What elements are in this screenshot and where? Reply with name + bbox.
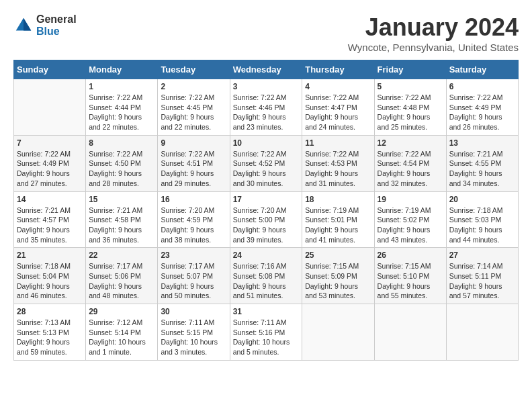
day-number: 4 bbox=[305, 82, 371, 91]
calendar-cell: 6Sunrise: 7:22 AMSunset: 4:49 PMDaylight… bbox=[446, 79, 518, 136]
calendar-cell bbox=[446, 304, 518, 361]
day-info: Sunrise: 7:20 AMSunset: 5:00 PMDaylight:… bbox=[233, 205, 300, 245]
day-number: 11 bbox=[305, 138, 371, 148]
calendar-cell: 30Sunrise: 7:11 AMSunset: 5:15 PMDayligh… bbox=[158, 304, 230, 361]
day-info: Sunrise: 7:18 AMSunset: 5:04 PMDaylight:… bbox=[17, 261, 83, 301]
day-number: 16 bbox=[161, 195, 226, 204]
calendar-cell: 27Sunrise: 7:14 AMSunset: 5:11 PMDayligh… bbox=[446, 248, 518, 304]
day-info: Sunrise: 7:22 AMSunset: 4:50 PMDaylight:… bbox=[89, 149, 154, 189]
calendar-cell: 16Sunrise: 7:20 AMSunset: 4:59 PMDayligh… bbox=[158, 191, 230, 248]
day-info: Sunrise: 7:16 AMSunset: 5:08 PMDaylight:… bbox=[233, 261, 300, 301]
day-info: Sunrise: 7:15 AMSunset: 5:10 PMDaylight:… bbox=[378, 261, 443, 301]
day-number: 28 bbox=[17, 307, 83, 316]
calendar-cell: 26Sunrise: 7:15 AMSunset: 5:10 PMDayligh… bbox=[374, 248, 446, 304]
svg-marker-1 bbox=[24, 17, 31, 30]
day-info: Sunrise: 7:22 AMSunset: 4:51 PMDaylight:… bbox=[161, 149, 226, 189]
day-number: 9 bbox=[161, 138, 226, 148]
calendar-cell: 11Sunrise: 7:22 AMSunset: 4:53 PMDayligh… bbox=[302, 135, 374, 191]
weekday-header-tuesday: Tuesday bbox=[158, 60, 230, 79]
calendar-cell: 31Sunrise: 7:11 AMSunset: 5:16 PMDayligh… bbox=[230, 304, 302, 361]
day-number: 17 bbox=[233, 195, 300, 204]
calendar-cell: 18Sunrise: 7:19 AMSunset: 5:01 PMDayligh… bbox=[302, 191, 374, 248]
day-number: 21 bbox=[17, 250, 83, 260]
calendar-cell: 3Sunrise: 7:22 AMSunset: 4:46 PMDaylight… bbox=[230, 79, 302, 136]
day-number: 1 bbox=[89, 82, 154, 91]
day-info: Sunrise: 7:22 AMSunset: 4:52 PMDaylight:… bbox=[233, 149, 300, 189]
day-info: Sunrise: 7:11 AMSunset: 5:15 PMDaylight:… bbox=[161, 318, 226, 357]
calendar-cell: 9Sunrise: 7:22 AMSunset: 4:51 PMDaylight… bbox=[158, 135, 230, 191]
logo-blue-text: Blue bbox=[36, 26, 77, 38]
calendar-cell: 22Sunrise: 7:17 AMSunset: 5:06 PMDayligh… bbox=[86, 248, 158, 304]
day-number: 29 bbox=[89, 307, 154, 316]
weekday-header-friday: Friday bbox=[374, 60, 446, 79]
day-number: 15 bbox=[89, 195, 154, 204]
day-info: Sunrise: 7:18 AMSunset: 5:03 PMDaylight:… bbox=[449, 205, 515, 245]
calendar-cell: 2Sunrise: 7:22 AMSunset: 4:45 PMDaylight… bbox=[158, 79, 230, 136]
day-number: 2 bbox=[161, 82, 226, 91]
calendar-cell: 25Sunrise: 7:15 AMSunset: 5:09 PMDayligh… bbox=[302, 248, 374, 304]
calendar-cell: 15Sunrise: 7:21 AMSunset: 4:58 PMDayligh… bbox=[86, 191, 158, 248]
calendar-cell bbox=[302, 304, 374, 361]
day-info: Sunrise: 7:22 AMSunset: 4:54 PMDaylight:… bbox=[378, 149, 443, 189]
calendar-cell: 19Sunrise: 7:19 AMSunset: 5:02 PMDayligh… bbox=[374, 191, 446, 248]
calendar-cell bbox=[14, 79, 86, 136]
day-info: Sunrise: 7:22 AMSunset: 4:44 PMDaylight:… bbox=[89, 93, 154, 132]
day-number: 31 bbox=[233, 307, 300, 316]
day-number: 30 bbox=[161, 307, 226, 316]
calendar-cell: 24Sunrise: 7:16 AMSunset: 5:08 PMDayligh… bbox=[230, 248, 302, 304]
calendar-cell: 17Sunrise: 7:20 AMSunset: 5:00 PMDayligh… bbox=[230, 191, 302, 248]
day-info: Sunrise: 7:13 AMSunset: 5:13 PMDaylight:… bbox=[17, 318, 83, 357]
title-block: January 2024 Wyncote, Pennsylvania, Unit… bbox=[348, 13, 519, 53]
week-row-5: 28Sunrise: 7:13 AMSunset: 5:13 PMDayligh… bbox=[14, 304, 519, 361]
calendar-cell: 7Sunrise: 7:22 AMSunset: 4:49 PMDaylight… bbox=[14, 135, 86, 191]
day-info: Sunrise: 7:12 AMSunset: 5:14 PMDaylight:… bbox=[89, 318, 154, 357]
day-info: Sunrise: 7:17 AMSunset: 5:06 PMDaylight:… bbox=[89, 261, 154, 301]
day-number: 13 bbox=[449, 138, 515, 148]
day-number: 14 bbox=[17, 195, 83, 204]
day-number: 5 bbox=[378, 82, 443, 91]
day-info: Sunrise: 7:22 AMSunset: 4:46 PMDaylight:… bbox=[233, 93, 300, 132]
calendar-cell: 28Sunrise: 7:13 AMSunset: 5:13 PMDayligh… bbox=[14, 304, 86, 361]
calendar-cell: 12Sunrise: 7:22 AMSunset: 4:54 PMDayligh… bbox=[374, 135, 446, 191]
calendar-cell: 4Sunrise: 7:22 AMSunset: 4:47 PMDaylight… bbox=[302, 79, 374, 136]
weekday-header-sunday: Sunday bbox=[14, 60, 86, 79]
day-info: Sunrise: 7:21 AMSunset: 4:55 PMDaylight:… bbox=[449, 149, 515, 189]
day-info: Sunrise: 7:22 AMSunset: 4:47 PMDaylight:… bbox=[305, 93, 371, 132]
calendar-cell: 21Sunrise: 7:18 AMSunset: 5:04 PMDayligh… bbox=[14, 248, 86, 304]
weekday-header-saturday: Saturday bbox=[446, 60, 518, 79]
day-info: Sunrise: 7:19 AMSunset: 5:02 PMDaylight:… bbox=[378, 205, 443, 245]
month-title: January 2024 bbox=[348, 13, 519, 42]
day-info: Sunrise: 7:21 AMSunset: 4:58 PMDaylight:… bbox=[89, 205, 154, 245]
day-info: Sunrise: 7:21 AMSunset: 4:57 PMDaylight:… bbox=[17, 205, 83, 245]
day-number: 22 bbox=[89, 250, 154, 260]
calendar-cell: 20Sunrise: 7:18 AMSunset: 5:03 PMDayligh… bbox=[446, 191, 518, 248]
calendar-cell: 23Sunrise: 7:17 AMSunset: 5:07 PMDayligh… bbox=[158, 248, 230, 304]
day-number: 10 bbox=[233, 138, 300, 148]
week-row-1: 1Sunrise: 7:22 AMSunset: 4:44 PMDaylight… bbox=[14, 79, 519, 136]
logo: General Blue bbox=[13, 13, 77, 37]
calendar-cell: 10Sunrise: 7:22 AMSunset: 4:52 PMDayligh… bbox=[230, 135, 302, 191]
day-number: 8 bbox=[89, 138, 154, 148]
day-number: 20 bbox=[449, 195, 515, 204]
day-number: 7 bbox=[17, 138, 83, 148]
logo-general-text: General bbox=[36, 13, 77, 26]
day-info: Sunrise: 7:22 AMSunset: 4:49 PMDaylight:… bbox=[449, 93, 515, 132]
location-text: Wyncote, Pennsylvania, United States bbox=[348, 42, 519, 53]
week-row-2: 7Sunrise: 7:22 AMSunset: 4:49 PMDaylight… bbox=[14, 135, 519, 191]
day-number: 23 bbox=[161, 250, 226, 260]
day-info: Sunrise: 7:22 AMSunset: 4:45 PMDaylight:… bbox=[161, 93, 226, 132]
day-number: 3 bbox=[233, 82, 300, 91]
day-number: 24 bbox=[233, 250, 300, 260]
day-number: 18 bbox=[305, 195, 371, 204]
page-header: General Blue January 2024 Wyncote, Penns… bbox=[13, 13, 519, 53]
calendar-cell: 13Sunrise: 7:21 AMSunset: 4:55 PMDayligh… bbox=[446, 135, 518, 191]
day-number: 26 bbox=[378, 250, 443, 260]
day-number: 27 bbox=[449, 250, 515, 260]
day-info: Sunrise: 7:19 AMSunset: 5:01 PMDaylight:… bbox=[305, 205, 371, 245]
calendar-cell bbox=[374, 304, 446, 361]
calendar-cell: 14Sunrise: 7:21 AMSunset: 4:57 PMDayligh… bbox=[14, 191, 86, 248]
day-info: Sunrise: 7:22 AMSunset: 4:53 PMDaylight:… bbox=[305, 149, 371, 189]
day-info: Sunrise: 7:11 AMSunset: 5:16 PMDaylight:… bbox=[233, 318, 300, 357]
day-info: Sunrise: 7:14 AMSunset: 5:11 PMDaylight:… bbox=[449, 261, 515, 301]
weekday-header-thursday: Thursday bbox=[302, 60, 374, 79]
